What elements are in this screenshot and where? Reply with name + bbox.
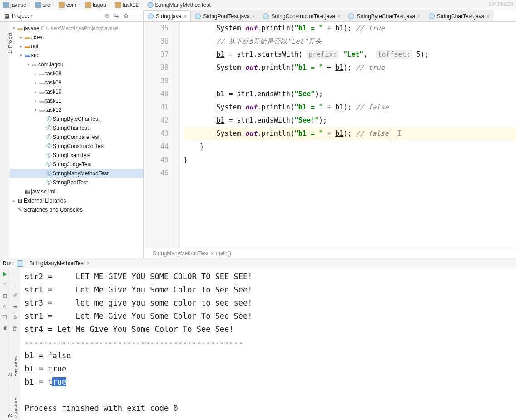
close-icon[interactable]: × [486,14,489,19]
run-label: Run: [3,260,14,267]
code-area[interactable]: System.out.println("b1 = " + b1); // tru… [180,22,516,248]
tree-item[interactable]: ▸⊞External Libraries [10,196,143,205]
dir-icon: ▬ [24,34,31,40]
editor-tab[interactable]: StringByteCharTest.java× [344,10,424,21]
breadcrumb-item[interactable]: com [58,2,78,8]
close-icon[interactable]: × [252,14,255,19]
folder-icon [85,2,91,8]
side-label-project[interactable]: 1: Project [7,33,13,54]
side-label-favorites[interactable]: 2: Favorites [7,356,18,377]
breadcrumb-item[interactable]: lagou [84,2,107,8]
cls-icon: Ⓒ [45,143,53,150]
folder-icon [59,2,65,8]
folder-icon [147,2,154,8]
project-panel-header: ▤ Project ▾ ⊕ ⇆ ✿ — [0,10,144,21]
editor-tab[interactable]: String.java× [144,10,191,21]
line-number-gutter: 353637383940414243444546 [144,22,174,248]
breadcrumb-bar: javase〉src〉com〉lagou〉task12〉StringManyMe… [0,0,516,10]
tree-toggle-icon[interactable]: ▾ [33,108,38,112]
tree-toggle-icon[interactable]: ▸ [33,99,38,103]
code-editor[interactable]: 353637383940414243444546 System.out.prin… [144,22,516,248]
editor-column: 353637383940414243444546 System.out.prin… [144,22,516,258]
editor-tab[interactable]: StringConstructorTest.java× [259,10,344,21]
tree-item[interactable]: ▸▬task08 [10,69,143,78]
pin-icon[interactable]: ✖ [1,325,9,332]
close-icon[interactable]: × [417,14,420,19]
stop-icon[interactable]: ≡ [1,281,9,288]
close-icon[interactable]: × [184,14,187,19]
close-icon[interactable]: × [86,260,89,267]
print-icon[interactable]: 🖶 [11,314,19,321]
project-header-label: Project [12,13,29,19]
tree-item[interactable]: ⒸStringCharTest [10,124,143,133]
scroll-end-icon[interactable]: ⇥ [11,303,19,310]
cls-icon: Ⓒ [45,115,53,123]
tree-item[interactable]: ▾▬task12 [10,105,143,114]
tree-item[interactable]: ▸▬out [10,42,143,51]
exit-icon[interactable]: ⎋ [1,303,9,310]
breadcrumb-item[interactable]: javase [2,2,27,8]
tree-item[interactable]: ⒸStringConstructorTest [10,142,143,151]
tree-toggle-icon[interactable]: ▸ [33,89,38,94]
trace-class[interactable]: StringManyMethodTest [153,250,208,257]
run-config-tab[interactable]: StringManyMethodTest × [26,260,93,267]
console-output[interactable]: str2 = LET ME GIVE YOU SOME COLOR TO SEE… [20,268,516,420]
tree-toggle-icon[interactable]: ▸ [18,35,24,40]
tree-toggle-icon[interactable]: ▾ [18,53,24,58]
expand-icon[interactable]: ⇆ [113,12,120,19]
tree-item[interactable]: ✎Scratches and Consoles [10,205,143,214]
editor-fold-gutter [174,22,180,248]
tree-item[interactable]: ▾▬javase C:\Users\Marz\IdeaProjects\java… [10,24,143,33]
capture-icon[interactable]: ◻ [1,292,9,299]
tree-toggle-icon[interactable]: ▾ [11,26,16,30]
down-icon[interactable]: ↓ [11,281,19,288]
side-label-structure[interactable]: 7: Structure [7,397,18,418]
pkg-icon: ▬ [38,98,45,104]
editor-tab[interactable]: StringPoolTest.java× [191,10,259,21]
class-icon [195,13,201,19]
tree-item[interactable]: ⒸStringByteCharTest [10,114,143,124]
project-tree[interactable]: ▾▬javase C:\Users\Marz\IdeaProjects\java… [10,22,144,258]
layout-icon[interactable]: ☐ [1,314,9,321]
tree-item[interactable]: ▸▬task09 [10,78,143,87]
tree-item[interactable]: ⒸStringJudgeTest [10,160,143,169]
tree-toggle-icon[interactable]: ▸ [33,80,38,85]
tree-item[interactable]: ⒸStringPoolTest [10,178,143,187]
tree-toggle-icon[interactable]: ▾ [25,62,31,67]
tree-item[interactable]: ⒸStringCompareTest [10,133,143,142]
chevron-right-icon: 〉 [28,1,33,8]
tree-toggle-icon[interactable]: ▸ [11,198,16,203]
dropdown-icon[interactable]: ▾ [30,13,33,18]
breadcrumb-item[interactable]: StringManyMethodTest [146,2,212,8]
tree-item[interactable]: ⒸStringManyMethodTest [10,169,143,178]
trash-icon[interactable]: 🗑 [11,325,19,332]
trace-method[interactable]: main() [216,250,231,257]
run-toolbar-primary: ▶ ≡ ◻ ⎋ ☐ ✖ [0,268,10,420]
breadcrumb-item[interactable]: task12 [114,2,139,8]
breadcrumb-item[interactable]: src [34,2,51,8]
cls-icon: Ⓒ [45,133,53,141]
tree-item[interactable]: ▸▬task10 [10,87,143,96]
tree-item[interactable]: ▾▬com.lagou [10,60,143,69]
close-icon[interactable]: × [337,14,340,19]
tree-item[interactable]: ⒸStringExamTest [10,151,143,160]
rerun-icon[interactable]: ▶ [1,270,9,277]
tree-item[interactable]: ▸▬.idea [10,33,143,42]
tree-item[interactable]: ▦javase.iml [10,187,143,196]
hide-icon[interactable]: — [132,12,140,19]
tree-toggle-icon[interactable]: ▸ [18,44,24,49]
up-icon[interactable]: ↑ [11,270,19,277]
tree-toggle-icon[interactable]: ▸ [33,71,38,76]
tree-item[interactable]: ▸▬task11 [10,96,143,105]
editor-tab[interactable]: StringCharTest.java× [425,10,494,21]
locate-icon[interactable]: ⊕ [103,12,111,19]
gear-icon[interactable]: ✿ [122,12,130,19]
run-toolbar-secondary: ↑ ↓ ⏎ ⇥ 🖶 🗑 [10,268,20,420]
scratch-icon: ✎ [16,207,24,213]
top-toolbar: ▤ Project ▾ ⊕ ⇆ ✿ — String.java×StringPo… [0,10,516,22]
cls-icon: Ⓒ [45,124,53,132]
tree-item[interactable]: ▾▬src [10,51,143,60]
class-icon [429,13,435,19]
pkg-icon: ▬ [38,107,45,113]
soft-wrap-icon[interactable]: ⏎ [11,292,19,299]
